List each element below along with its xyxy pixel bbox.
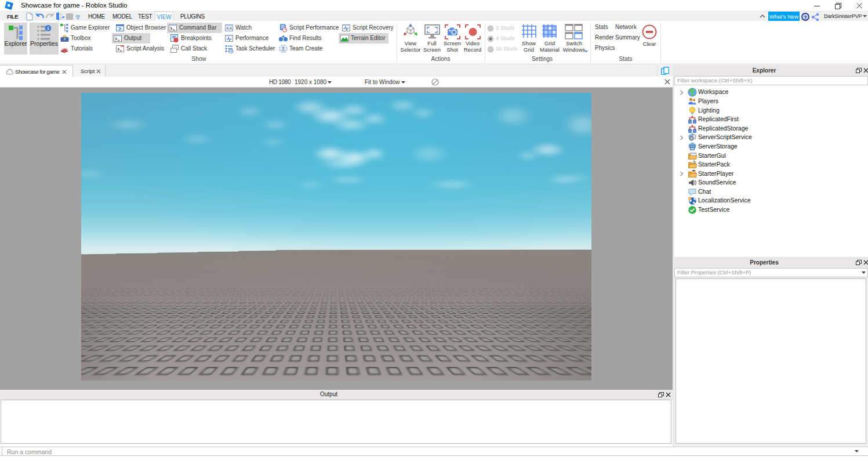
svg-text:?: ?	[804, 15, 807, 20]
